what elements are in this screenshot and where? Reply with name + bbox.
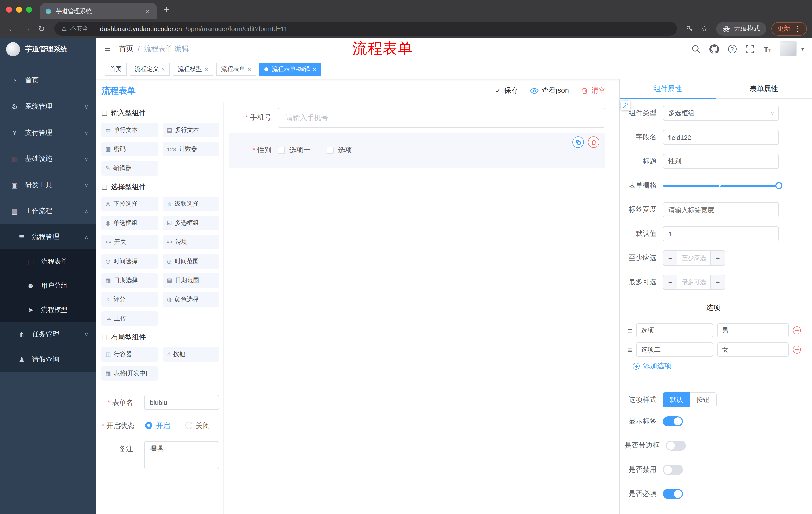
label-width-input[interactable] <box>663 202 779 217</box>
status-on-radio[interactable]: 开启 <box>145 418 170 433</box>
palette-item[interactable]: ◉ 单选框组 <box>102 216 158 231</box>
link-float-button[interactable] <box>620 101 630 110</box>
palette-item[interactable]: ☁ 上传 <box>102 311 158 326</box>
search-icon[interactable] <box>691 44 701 54</box>
sidebar-item[interactable]: ⋔ 任务管理 ∨ <box>0 322 96 347</box>
minus-button[interactable]: − <box>663 251 677 265</box>
palette-item[interactable]: ▤ 多行文本 <box>163 123 219 137</box>
sidebar-item[interactable]: ➤ 流程模型 <box>0 298 96 322</box>
palette-item[interactable]: ◷ 时间选择 <box>102 254 158 269</box>
remove-option-icon[interactable] <box>793 326 801 334</box>
palette-item[interactable]: ◶ 时间范围 <box>163 254 219 269</box>
tab-component-props[interactable]: 组件属性 <box>619 79 716 98</box>
sidebar-item[interactable]: ▥ 基础设施 ∨ <box>0 146 96 172</box>
tab-close-icon[interactable]: × <box>144 7 152 15</box>
new-tab-button[interactable]: + <box>164 4 169 15</box>
palette-item[interactable]: ⊶ 开关 <box>102 235 158 249</box>
forward-icon[interactable]: → <box>20 22 33 35</box>
tab-form-props[interactable]: 表单属性 <box>716 79 812 98</box>
default-value-input[interactable] <box>663 226 779 241</box>
remove-option-icon[interactable] <box>793 346 801 354</box>
browser-menu-icon[interactable]: ⋮ <box>794 25 801 33</box>
sidebar-item[interactable]: ⚙ 系统管理 ∨ <box>0 93 96 120</box>
tag-close-icon[interactable]: × <box>248 65 251 73</box>
field-gender-selected[interactable]: 性别 选项一 选项二 <box>229 133 606 168</box>
sidebar-item[interactable]: ¥ 支付管理 ∨ <box>0 120 96 146</box>
update-button[interactable]: 更新 ⋮ <box>771 22 807 35</box>
slider-handle[interactable] <box>775 182 782 189</box>
palette-item[interactable]: 123 计数器 <box>163 142 219 156</box>
font-size-icon[interactable]: TT <box>763 45 771 53</box>
max-select-value[interactable]: 最多可选 <box>677 275 710 289</box>
palette-item[interactable]: ⋔ 级联选择 <box>163 197 219 211</box>
minimize-window-button[interactable] <box>16 6 22 12</box>
palette-item[interactable]: ⊷ 滑块 <box>163 235 219 249</box>
form-name-input[interactable] <box>144 395 219 410</box>
field-name-input[interactable] <box>663 130 779 145</box>
option-style-button-button[interactable]: 按钮 <box>690 392 717 407</box>
switch[interactable] <box>663 465 683 475</box>
component-type-select[interactable]: 多选框组 ∨ <box>663 106 779 121</box>
grid-slider[interactable] <box>663 185 779 187</box>
gender-option-1-checkbox[interactable]: 选项一 <box>278 146 311 155</box>
palette-item[interactable]: ◫ 行容器 <box>102 347 158 361</box>
password-key-icon[interactable] <box>683 22 696 35</box>
palette-item[interactable]: ▦ 日期选择 <box>102 273 158 288</box>
breadcrumb-home[interactable]: 首页 <box>119 44 133 53</box>
plus-button[interactable]: + <box>710 275 725 289</box>
delete-component-button[interactable] <box>588 136 600 148</box>
back-icon[interactable]: ← <box>5 22 18 35</box>
reload-icon[interactable]: ↻ <box>35 22 48 35</box>
palette-item[interactable]: ▦ 表格[开发中] <box>102 366 158 381</box>
copy-component-button[interactable] <box>572 136 584 148</box>
user-avatar[interactable] <box>780 41 797 56</box>
tag[interactable]: 首页 <box>105 63 127 76</box>
sidebar-item[interactable]: ◔ 首页 <box>0 67 96 93</box>
sidebar-item[interactable]: ☻ 用户分组 <box>0 274 96 298</box>
avatar-caret-icon[interactable]: ▾ <box>802 46 804 52</box>
switch[interactable] <box>663 416 683 427</box>
sidebar-item[interactable]: ▦ 工作流程 ∧ <box>0 198 96 224</box>
palette-item[interactable]: ☑ 多选框组 <box>163 216 219 231</box>
sidebar-toggle-icon[interactable]: ≡ <box>105 43 110 54</box>
option-value-input[interactable] <box>717 323 789 337</box>
sidebar-item[interactable]: ≣ 流程管理 ∧ <box>0 224 96 249</box>
save-button[interactable]: ✓ 保存 <box>495 86 518 95</box>
phone-input[interactable] <box>278 108 606 128</box>
palette-item[interactable]: ▣ 密码 <box>102 142 158 156</box>
field-phone[interactable]: 手机号 <box>229 108 606 128</box>
status-off-radio[interactable]: 关闭 <box>185 418 210 433</box>
form-canvas[interactable]: 手机号 性别 选项一 选项二 <box>224 102 619 514</box>
palette-item[interactable]: ◎ 下拉选择 <box>102 197 158 211</box>
sidebar-item[interactable]: ▣ 研发工具 ∨ <box>0 172 96 198</box>
palette-item[interactable]: ☆ 评分 <box>102 292 158 307</box>
close-window-button[interactable] <box>6 6 12 12</box>
minus-button[interactable]: − <box>663 275 677 289</box>
drag-handle-icon[interactable]: ≡ <box>628 345 632 354</box>
gender-option-2-checkbox[interactable]: 选项二 <box>327 146 359 155</box>
help-icon[interactable]: ? <box>728 45 736 53</box>
tag-close-icon[interactable]: × <box>204 65 208 73</box>
fullscreen-icon[interactable] <box>745 44 755 54</box>
palette-item[interactable]: ☝ 按钮 <box>163 347 219 361</box>
tag-close-icon[interactable]: × <box>313 65 316 73</box>
option-label-input[interactable] <box>636 343 713 357</box>
tag[interactable]: 流程表单 × <box>216 63 256 76</box>
sidebar-item[interactable]: ▤ 流程表单 <box>0 249 96 274</box>
remark-textarea[interactable]: 嘿嘿 <box>144 441 219 469</box>
tag[interactable]: 流程定义 × <box>129 63 170 76</box>
palette-item[interactable]: ▭ 单行文本 <box>102 123 158 137</box>
github-icon[interactable] <box>709 44 719 54</box>
drag-handle-icon[interactable]: ≡ <box>628 326 632 335</box>
option-label-input[interactable] <box>636 323 713 337</box>
option-style-default-button[interactable]: 默认 <box>663 392 690 407</box>
tag[interactable]: 流程模型 × <box>173 63 213 76</box>
maximize-window-button[interactable] <box>26 6 32 12</box>
title-input[interactable] <box>663 154 779 169</box>
address-bar[interactable]: ⚠ 不安全 dashboard.yudao.iocoder.cn/bpm/man… <box>54 22 677 36</box>
option-value-input[interactable] <box>717 343 789 357</box>
tag[interactable]: 流程表单-编辑 × <box>259 63 321 76</box>
bookmark-star-icon[interactable]: ☆ <box>698 22 711 35</box>
min-select-value[interactable]: 至少应选 <box>677 251 710 265</box>
switch[interactable] <box>663 489 683 499</box>
